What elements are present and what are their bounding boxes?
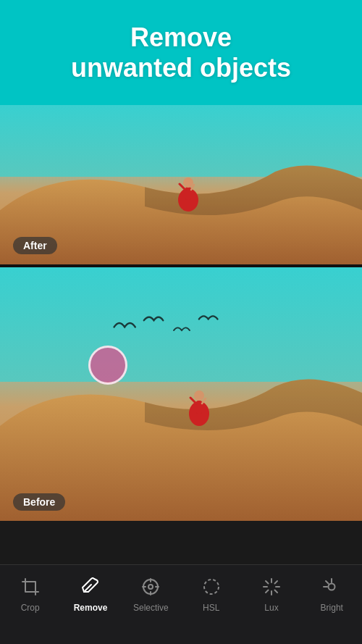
svg-rect-1 bbox=[185, 187, 191, 200]
selective-label: Selective bbox=[133, 603, 169, 613]
remove-label: Remove bbox=[74, 603, 108, 613]
svg-point-7 bbox=[194, 390, 204, 401]
bright-icon bbox=[321, 577, 342, 597]
crop-icon bbox=[20, 577, 41, 597]
tool-selective[interactable]: Selective bbox=[129, 577, 172, 613]
svg-point-12 bbox=[148, 585, 153, 589]
svg-line-22 bbox=[266, 581, 269, 584]
svg-line-27 bbox=[326, 581, 329, 584]
toolbar: Crop Remove Selective bbox=[0, 564, 362, 644]
hsl-label: HSL bbox=[203, 603, 219, 613]
remove-icon bbox=[80, 577, 101, 597]
svg-line-25 bbox=[266, 590, 269, 593]
brush-circle bbox=[88, 346, 127, 385]
svg-point-2 bbox=[183, 177, 193, 188]
lux-icon bbox=[261, 577, 282, 597]
lux-label: Lux bbox=[264, 603, 278, 613]
tool-crop[interactable]: Crop bbox=[9, 577, 52, 613]
section-divider bbox=[0, 264, 362, 267]
svg-rect-6 bbox=[196, 401, 202, 414]
birds-svg bbox=[105, 307, 243, 347]
after-label: After bbox=[13, 237, 57, 254]
figure-before bbox=[185, 385, 214, 427]
svg-point-29 bbox=[329, 584, 335, 590]
crop-label: Crop bbox=[21, 603, 40, 613]
selective-icon bbox=[140, 577, 161, 597]
svg-line-24 bbox=[274, 581, 277, 584]
before-label: Before bbox=[13, 493, 65, 511]
tool-bright[interactable]: Bright bbox=[310, 577, 353, 613]
after-image-section: After bbox=[0, 105, 362, 264]
before-image-section: Before bbox=[0, 267, 362, 521]
before-image-bg: Before bbox=[0, 267, 362, 521]
hsl-icon bbox=[201, 577, 222, 597]
figure-after bbox=[174, 172, 203, 212]
header-section: Remove unwanted objects bbox=[0, 0, 362, 105]
header-title-line2: unwanted objects bbox=[71, 53, 291, 83]
bright-label: Bright bbox=[321, 603, 343, 613]
tool-hsl[interactable]: HSL bbox=[190, 577, 233, 613]
svg-line-23 bbox=[274, 590, 277, 593]
tool-lux[interactable]: Lux bbox=[250, 577, 293, 613]
header-title-line1: Remove bbox=[130, 22, 232, 52]
tool-remove[interactable]: Remove bbox=[69, 577, 112, 613]
header-title: Remove unwanted objects bbox=[71, 22, 291, 83]
svg-point-17 bbox=[204, 580, 219, 594]
after-image-bg: After bbox=[0, 105, 362, 264]
